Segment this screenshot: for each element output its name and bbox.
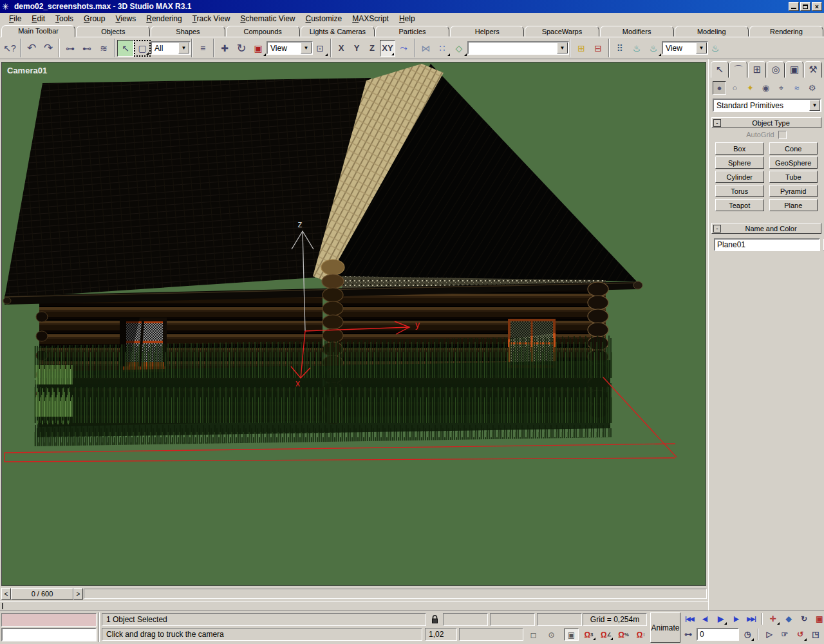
help-mode-icon[interactable]: ↖? [1, 40, 18, 57]
align-icon[interactable]: ◇ [451, 40, 467, 57]
undo-icon[interactable]: ↶ [23, 40, 40, 57]
tab-utilities[interactable]: ⚒ [804, 61, 822, 78]
previous-frame-button[interactable]: ◀| [698, 612, 712, 625]
category-cameras-icon[interactable]: ◉ [759, 81, 772, 95]
geosphere-button[interactable]: GeoSphere [769, 156, 818, 169]
zoom-extents-icon[interactable]: ◆ [782, 612, 796, 625]
category-systems-icon[interactable]: ⚙ [805, 81, 819, 95]
collapse-icon[interactable]: - [713, 225, 721, 232]
select-by-name-icon[interactable]: ≡ [194, 40, 211, 57]
menu-rendering[interactable]: Rendering [141, 14, 187, 24]
ik-toggle-icon[interactable]: ⤳ [395, 40, 412, 57]
roll-camera-icon[interactable]: ↻ [797, 612, 811, 625]
tab-compounds[interactable]: Compounds [226, 26, 300, 37]
dolly-camera-icon[interactable]: ✛ [766, 612, 780, 625]
orbit-camera-icon[interactable]: ↺ [793, 628, 807, 641]
time-slider-thumb[interactable]: 0 / 600 [11, 588, 73, 600]
material-editor-icon[interactable]: ⠿ [612, 40, 628, 57]
cylinder-button[interactable]: Cylinder [715, 171, 764, 183]
frame-back-button[interactable]: < [1, 588, 11, 600]
menu-schematic-view[interactable]: Schematic View [235, 14, 300, 24]
select-and-scale-icon[interactable]: ▣ [250, 40, 267, 57]
tab-particles[interactable]: Particles [375, 26, 449, 37]
next-frame-button[interactable]: |▶ [729, 612, 743, 625]
array-icon[interactable]: ∷ [434, 40, 451, 57]
category-spacewarps-icon[interactable]: ≈ [790, 81, 803, 95]
category-helpers-icon[interactable]: ⌖ [774, 81, 788, 95]
plane-button[interactable]: Plane [769, 199, 818, 211]
go-to-end-button[interactable]: ▶▶| [744, 612, 758, 625]
named-selection-sets-dropdown[interactable]: ▼ [467, 41, 568, 55]
object-type-header[interactable]: - Object Type [711, 117, 821, 128]
chevron-down-icon[interactable]: ▼ [178, 43, 189, 53]
selection-lock-toggle[interactable] [429, 613, 440, 626]
time-slider-track[interactable] [84, 589, 707, 599]
maxscript-mini-listener-pink[interactable] [1, 613, 97, 627]
animate-button[interactable]: Animate [650, 612, 680, 643]
tube-button[interactable]: Tube [769, 171, 818, 183]
collapse-icon[interactable]: - [713, 119, 721, 127]
selection-filter-dropdown[interactable]: All ▼ [151, 41, 189, 55]
key-mode-toggle-icon[interactable]: ⊶ [681, 628, 695, 641]
snap-toggle-3d-icon[interactable]: Ω3 [581, 629, 596, 641]
chevron-down-icon[interactable]: ▼ [301, 43, 312, 53]
render-last-icon[interactable]: ♨ [707, 40, 724, 57]
tab-modeling[interactable]: Modeling [675, 26, 749, 37]
quick-render-icon[interactable]: ♨ [645, 40, 662, 57]
category-lights-icon[interactable]: ✦ [744, 81, 757, 95]
menu-help[interactable]: Help [394, 14, 420, 24]
tab-shapes[interactable]: Shapes [151, 26, 225, 37]
percent-snap-toggle-icon[interactable]: Ω% [616, 629, 631, 641]
menu-views[interactable]: Views [110, 14, 141, 24]
tab-helpers[interactable]: Helpers [450, 26, 524, 37]
name-color-header[interactable]: - Name and Color [711, 223, 821, 234]
select-object-icon[interactable]: ↖ [117, 40, 134, 57]
add-time-tag-field[interactable] [459, 628, 523, 641]
truck-camera-icon[interactable]: ☞ [778, 628, 792, 641]
open-track-view-icon[interactable]: ⊞ [573, 40, 590, 57]
restrict-z-button[interactable]: Z [364, 40, 380, 57]
current-frame-field[interactable] [697, 628, 739, 641]
field-of-view-icon[interactable]: ▷ [762, 628, 776, 641]
tab-hierarchy[interactable]: ⊞ [748, 61, 766, 78]
camera-viewport[interactable]: z y x Camera01 [1, 62, 706, 586]
tab-create[interactable]: ↖ [711, 61, 729, 78]
chevron-down-icon[interactable]: ▼ [696, 43, 707, 53]
tab-objects[interactable]: Objects [76, 26, 150, 37]
close-button[interactable]: × [812, 2, 822, 11]
select-and-link-icon[interactable]: ⊶ [62, 40, 79, 57]
mirror-icon[interactable]: ⋈ [417, 40, 434, 57]
autogrid-checkbox[interactable] [778, 131, 787, 139]
restrict-xy-plane-button[interactable]: XY [380, 40, 395, 57]
maxscript-mini-listener-white[interactable] [1, 628, 97, 641]
spinner-snap-toggle-icon[interactable]: Ω↕ [633, 629, 648, 641]
render-scene-icon[interactable]: ♨ [628, 40, 645, 57]
use-pivot-point-center-icon[interactable]: ⊡ [312, 40, 328, 57]
minimize-button[interactable] [789, 2, 799, 11]
menu-group[interactable]: Group [79, 14, 110, 24]
min-max-toggle-icon[interactable]: ▣ [812, 612, 824, 625]
chevron-down-icon[interactable]: ▼ [557, 43, 568, 53]
tab-spacewarps[interactable]: SpaceWarps [525, 26, 599, 37]
tab-modifiers[interactable]: Modifiers [600, 26, 674, 37]
category-geometry-icon[interactable]: ● [713, 81, 726, 95]
track-bar[interactable] [0, 601, 708, 611]
tab-lights-cameras[interactable]: Lights & Cameras [301, 26, 375, 37]
tab-rendering[interactable]: Rendering [749, 26, 823, 37]
restore-button[interactable] [800, 2, 810, 11]
box-button[interactable]: Box [715, 142, 764, 155]
tab-display[interactable]: ▣ [785, 61, 803, 78]
select-and-move-icon[interactable]: ✚ [216, 40, 233, 57]
render-type-dropdown[interactable]: View ▼ [662, 41, 707, 55]
redo-icon[interactable]: ↷ [40, 40, 57, 57]
cone-button[interactable]: Cone [769, 142, 818, 155]
rectangular-selection-region-icon[interactable]: ▢ [134, 40, 151, 57]
unlink-selection-icon[interactable]: ⊷ [79, 40, 95, 57]
tab-main-toolbar[interactable]: Main Toolbar [1, 25, 75, 37]
reference-coordinate-dropdown[interactable]: View ▼ [267, 41, 312, 55]
menu-maxscript[interactable]: MAXScript [347, 14, 394, 24]
viewport-label[interactable]: Camera01 [7, 66, 47, 75]
time-configuration-icon[interactable]: ◷ [740, 628, 754, 641]
isolate-selection-icon[interactable]: ◻ [526, 629, 541, 641]
chevron-down-icon[interactable]: ▼ [809, 100, 820, 111]
